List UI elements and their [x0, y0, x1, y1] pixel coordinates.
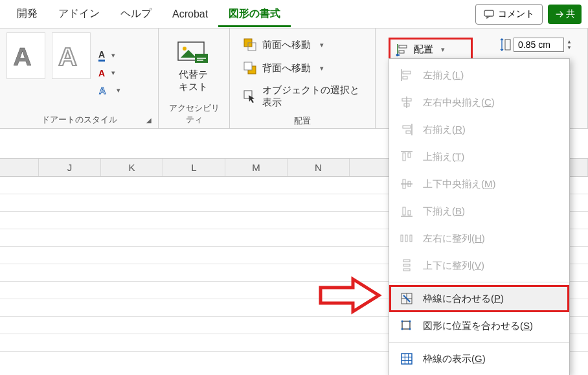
comment-button[interactable]: コメント: [475, 4, 543, 25]
snap-shape-icon: [400, 319, 414, 333]
text-fill-button[interactable]: A ▾: [98, 49, 120, 62]
col-j[interactable]: J: [39, 159, 101, 176]
menu-show-gridlines[interactable]: 枠線の表示(G): [389, 345, 569, 372]
selection-pane-label: オブジェクトの選択と表示: [262, 84, 362, 109]
menu-distribute-h: 左右に整列(H): [389, 225, 569, 252]
snap-grid-icon: [400, 291, 414, 306]
chevron-down-icon: ▾: [441, 45, 445, 54]
align-middle-v-icon: [400, 177, 414, 191]
col-n[interactable]: N: [288, 159, 350, 176]
alt-text-label: 代替テ キスト: [179, 68, 208, 93]
menu-align-center-h: 左右中央揃え(C): [389, 89, 569, 116]
svg-rect-13: [399, 51, 404, 53]
selection-pane-button[interactable]: オブジェクトの選択と表示: [243, 84, 362, 109]
height-icon: [499, 38, 511, 52]
comment-icon: [484, 9, 494, 19]
wordart-style-2[interactable]: A: [52, 32, 91, 79]
alt-text-button[interactable]: 代替テ キスト: [165, 32, 221, 101]
menu-align-right: 右揃え(R): [389, 116, 569, 143]
svg-rect-21: [403, 153, 405, 161]
svg-rect-14: [505, 40, 510, 50]
alt-text-icon: [177, 41, 209, 65]
align-top-icon: [400, 150, 414, 164]
svg-rect-31: [403, 264, 410, 266]
tab-addin[interactable]: アドイン: [48, 1, 110, 27]
svg-point-35: [401, 321, 403, 323]
menu-align-bottom: 下揃え(B): [389, 198, 569, 225]
share-label: 共: [566, 8, 575, 20]
gridlines-icon: [400, 352, 414, 366]
spin-down[interactable]: ▼: [567, 45, 572, 51]
height-input[interactable]: [514, 38, 564, 52]
arrange-group-label: 配置: [236, 114, 368, 127]
svg-rect-15: [403, 71, 411, 74]
align-button[interactable]: 配置 ▾: [389, 38, 473, 61]
menu-separator: [389, 342, 569, 343]
distribute-h-icon: [400, 231, 414, 245]
send-backward-button[interactable]: 背面へ移動 ▾: [243, 61, 362, 75]
menu-distribute-v: 上下に整列(V): [389, 252, 569, 279]
menu-snap-to-shape[interactable]: 図形に位置を合わせる(S): [389, 312, 569, 339]
svg-rect-20: [406, 131, 411, 133]
svg-point-37: [401, 328, 403, 330]
tab-help[interactable]: ヘルプ: [110, 1, 162, 27]
align-bottom-icon: [400, 204, 414, 218]
spin-up[interactable]: ▲: [567, 39, 572, 45]
share-icon: [554, 10, 563, 19]
selection-pane-icon: [243, 89, 257, 104]
align-label: 配置: [414, 43, 433, 56]
bring-forward-button[interactable]: 前面へ移動 ▾: [243, 38, 362, 52]
align-icon: [396, 42, 410, 56]
menu-snap-to-grid[interactable]: 枠線に合わせる(P): [389, 285, 569, 312]
svg-rect-19: [403, 126, 411, 128]
menu-align-top: 上揃え(T): [389, 143, 569, 170]
svg-rect-27: [401, 235, 403, 242]
tab-shape-format[interactable]: 図形の書式: [218, 1, 291, 27]
svg-text:A: A: [58, 42, 77, 70]
col-k[interactable]: K: [101, 159, 163, 176]
distribute-v-icon: [400, 258, 414, 273]
svg-point-5: [183, 47, 187, 51]
text-effects-button[interactable]: A ▾: [98, 85, 120, 97]
tab-acrobat[interactable]: Acrobat: [162, 2, 218, 27]
svg-rect-16: [403, 76, 407, 79]
svg-point-38: [409, 328, 411, 330]
send-backward-icon: [243, 61, 257, 75]
svg-rect-0: [484, 10, 493, 16]
share-button[interactable]: 共: [548, 5, 582, 24]
menu-align-middle-v: 上下中央揃え(M): [389, 170, 569, 198]
col-l[interactable]: L: [163, 159, 225, 176]
height-input-row: ▲▼: [499, 38, 572, 52]
svg-rect-25: [403, 207, 405, 215]
col-m[interactable]: M: [225, 159, 288, 176]
group-wordart-styles: A A A ▾ A ▾ A ▾ ドアートのスタイル ◢: [0, 28, 159, 128]
chevron-down-icon[interactable]: ▾: [320, 64, 324, 73]
tab-developer[interactable]: 開発: [6, 1, 48, 27]
svg-rect-26: [408, 210, 411, 215]
svg-rect-10: [244, 62, 252, 70]
group-arrange: 前面へ移動 ▾ 背面へ移動 ▾ オブジェクトの選択と表示 配置: [230, 28, 376, 128]
svg-rect-32: [403, 269, 410, 271]
svg-rect-39: [401, 354, 412, 364]
svg-rect-29: [410, 235, 412, 242]
group-accessibility: 代替テ キスト アクセシビリティ: [159, 28, 230, 128]
align-right-icon: [400, 122, 414, 137]
menu-separator: [389, 282, 569, 282]
svg-text:A: A: [13, 42, 32, 70]
svg-rect-22: [408, 153, 411, 157]
send-backward-label: 背面へ移動: [262, 62, 311, 74]
comment-label: コメント: [498, 8, 534, 20]
svg-rect-34: [402, 321, 410, 329]
ribbon-tabs: 開発 アドイン ヘルプ Acrobat 図形の書式 コメント 共: [0, 0, 588, 28]
accessibility-group-label: アクセシビリティ: [165, 101, 223, 126]
svg-text:A: A: [99, 85, 106, 96]
svg-rect-30: [403, 260, 410, 262]
annotation-red-arrow: [317, 276, 382, 315]
align-left-icon: [400, 68, 414, 82]
svg-rect-28: [405, 235, 407, 242]
chevron-down-icon[interactable]: ▾: [320, 41, 324, 49]
wordart-style-1[interactable]: A: [6, 32, 45, 79]
text-outline-button[interactable]: A ▾: [98, 68, 120, 78]
svg-rect-12: [399, 45, 407, 48]
wordart-dialog-launcher[interactable]: ◢: [146, 117, 154, 124]
